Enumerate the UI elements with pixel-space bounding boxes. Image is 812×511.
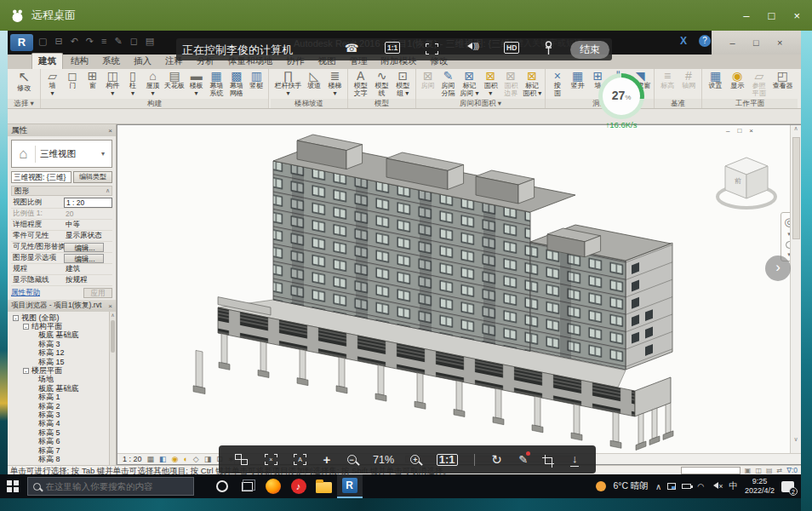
ime-indicator[interactable]: 中 xyxy=(729,480,738,492)
scroll-up-icon[interactable]: ∧ xyxy=(793,125,798,131)
view-type-combo[interactable]: 三维视图: {三维} xyxy=(11,171,71,183)
undo-icon[interactable]: ↶ xyxy=(71,36,78,47)
vertical-scrollbar[interactable]: ∧ ∨ xyxy=(790,125,801,455)
collapse-icon[interactable]: - xyxy=(13,315,19,321)
prop-row-view-scale[interactable]: 视图比例1 : 20 xyxy=(11,198,112,209)
tray-expand-icon[interactable]: ∧ xyxy=(655,482,661,491)
drawing-area[interactable]: – □ × 前 ◎ ▾ ▾ ∧ ∨ 1 : 20 xyxy=(117,124,801,465)
side-panel-toggle[interactable]: › xyxy=(765,256,791,281)
worksets-combo[interactable] xyxy=(681,467,741,474)
taskbar-search[interactable] xyxy=(27,477,194,496)
prop-row-discipline[interactable]: 规程建筑 xyxy=(11,264,112,275)
shaft-tool[interactable]: ▦竖井 xyxy=(569,70,586,90)
model-text-tool[interactable]: A模型 文字 xyxy=(352,70,369,97)
call-icon[interactable]: ☎ xyxy=(345,42,358,55)
level-tool[interactable]: ≡标高 xyxy=(659,70,676,90)
curtain-grid-tool[interactable]: ▩幕墙 网格 xyxy=(228,70,245,97)
ramp-tool[interactable]: ◺坡道 xyxy=(306,70,323,90)
tree-item-floor-plans[interactable]: -楼层平面 xyxy=(9,366,108,375)
end-session-button[interactable]: 结束 xyxy=(570,41,609,59)
detail-level-icon[interactable]: ▦ xyxy=(147,455,155,463)
window-tool[interactable]: ⊞窗 xyxy=(84,70,101,90)
help-icon[interactable]: ? xyxy=(699,35,711,47)
annotate-icon[interactable]: ✎ xyxy=(518,453,528,466)
close-button[interactable]: × xyxy=(793,9,800,22)
displays-icon[interactable] xyxy=(235,454,248,465)
filter-count[interactable]: ∇:0 xyxy=(786,466,798,474)
room-tool[interactable]: ⊠房间 xyxy=(420,70,437,90)
status-icon[interactable]: ▣ xyxy=(745,466,752,474)
minimize-button[interactable]: – xyxy=(743,9,749,22)
prop-row-parts-visibility[interactable]: 零件可见性显示原状态 xyxy=(11,231,112,242)
notification-center-icon[interactable]: 2 xyxy=(781,481,794,492)
edit-button[interactable]: 编辑... xyxy=(64,243,104,252)
mullion-tool[interactable]: ▥竖梃 xyxy=(248,70,265,90)
screenshot-icon[interactable]: A xyxy=(294,454,306,465)
download-icon[interactable]: ↓ xyxy=(570,452,580,467)
file-explorer-button[interactable] xyxy=(312,474,337,498)
curtain-system-tool[interactable]: ▦幕墙 系统 xyxy=(208,70,225,97)
fit-screen-icon[interactable]: + xyxy=(323,452,331,467)
column-tool[interactable]: ▯柱 ▾ xyxy=(124,70,141,97)
zoom-level[interactable]: 71% xyxy=(373,454,394,466)
set-workplane-tool[interactable]: ▦设置 xyxy=(707,70,724,90)
speaker-icon[interactable]: ))) xyxy=(464,42,478,50)
room-separator-tool[interactable]: ✎房间 分隔 xyxy=(440,70,457,97)
sun-path-icon[interactable]: ◉ xyxy=(172,455,179,463)
signin-icon[interactable]: X xyxy=(677,35,690,49)
actual-size-icon[interactable]: 1:1 xyxy=(437,454,458,466)
rendering-icon[interactable]: ◇ xyxy=(193,455,199,463)
tag-room-tool[interactable]: ⊠标记 房间 ▾ xyxy=(460,70,478,97)
tag-area-tool[interactable]: ⊠标记 面积 ▾ xyxy=(523,70,541,97)
status-icon[interactable]: ◫ xyxy=(755,466,762,474)
collapse-icon[interactable]: - xyxy=(23,368,29,374)
prop-row-vg-overrides[interactable]: 可见性/图形替换编辑... xyxy=(11,242,112,253)
group-label[interactable]: 选择 ▾ xyxy=(8,99,40,108)
revit-close-button[interactable]: × xyxy=(777,37,782,48)
viewcube[interactable]: 前 xyxy=(713,135,780,221)
redo-icon[interactable]: ↷ xyxy=(86,36,94,47)
prop-row-detail-level[interactable]: 详细程度中等 xyxy=(11,220,112,231)
tab-architecture[interactable]: 建筑 xyxy=(31,53,63,69)
display-tray-icon[interactable] xyxy=(667,483,676,490)
revit-app-button[interactable]: R xyxy=(10,34,33,51)
area-boundary-tool[interactable]: ⊠面积 边界 xyxy=(502,70,519,97)
qat-icon[interactable]: ◻ xyxy=(130,36,138,47)
revit-minimize-button[interactable]: – xyxy=(729,37,735,48)
viewer-tool[interactable]: ◰查看器 xyxy=(772,70,792,90)
view-scale[interactable]: 1 : 20 xyxy=(123,455,142,463)
battery-icon[interactable] xyxy=(682,484,691,489)
railing-tool[interactable]: ∏栏杆扶手 ▾ xyxy=(275,70,302,97)
qat-icon[interactable]: ▢ xyxy=(38,36,47,47)
prop-value[interactable]: 中等 xyxy=(64,220,112,230)
start-button[interactable] xyxy=(7,480,19,492)
edit-type-button[interactable]: 编辑类型 xyxy=(73,171,112,183)
firefox-button[interactable] xyxy=(260,474,286,498)
type-selector[interactable]: ⌂ 三维视图 ▾ xyxy=(11,140,112,168)
tree-item[interactable]: 标高 8 xyxy=(9,455,108,463)
status-icon[interactable]: ▤ xyxy=(766,466,773,474)
tab-structure[interactable]: 结构 xyxy=(65,54,94,69)
door-tool[interactable]: ◻门 xyxy=(64,70,81,90)
edit-button[interactable]: 编辑... xyxy=(64,254,104,263)
view-restore-icon[interactable]: □ xyxy=(737,127,741,135)
search-input[interactable] xyxy=(46,481,182,491)
scroll-thumb[interactable] xyxy=(792,137,800,239)
qat-icon[interactable]: ▤ xyxy=(146,36,154,47)
section-graphics[interactable]: 图形 ∧ xyxy=(11,186,112,196)
prop-value[interactable]: 建筑 xyxy=(64,264,112,274)
prop-row-hidden-lines[interactable]: 显示隐藏线按规程 xyxy=(11,275,112,286)
zoom-in-icon[interactable]: + xyxy=(410,455,420,464)
close-icon[interactable]: × xyxy=(108,127,112,135)
music-app-button[interactable]: ♪ xyxy=(286,474,312,498)
fullscreen-icon[interactable] xyxy=(426,43,438,55)
collapse-icon[interactable]: - xyxy=(23,324,29,330)
refresh-icon[interactable]: ↻ xyxy=(491,452,502,468)
qat-icon[interactable]: ≡ xyxy=(101,36,106,47)
browser-header[interactable]: 项目浏览器 - 项目1(恢复).rvt × xyxy=(8,300,116,312)
hd-icon[interactable]: HD xyxy=(504,42,519,54)
task-view-button[interactable] xyxy=(235,474,260,498)
weather-text[interactable]: 6°C 晴朗 xyxy=(613,480,649,492)
view-minimize-icon[interactable]: – xyxy=(726,127,729,135)
ceiling-tool[interactable]: ▤天花板 xyxy=(164,70,185,90)
